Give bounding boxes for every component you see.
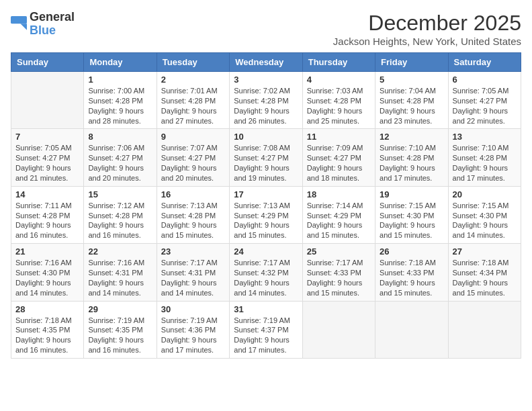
- calendar-cell: 28Sunrise: 7:18 AMSunset: 4:35 PMDayligh…: [11, 301, 84, 358]
- calendar-cell: 13Sunrise: 7:10 AMSunset: 4:28 PMDayligh…: [448, 129, 521, 186]
- calendar-cell: 1Sunrise: 7:00 AMSunset: 4:28 PMDaylight…: [84, 72, 157, 129]
- day-info: Sunrise: 7:18 AMSunset: 4:35 PMDaylight:…: [15, 316, 79, 355]
- calendar-week-row: 21Sunrise: 7:16 AMSunset: 4:30 PMDayligh…: [11, 244, 521, 301]
- day-number: 24: [234, 246, 298, 257]
- day-number: 5: [380, 75, 443, 85]
- day-info: Sunrise: 7:05 AMSunset: 4:27 PMDaylight:…: [453, 86, 517, 126]
- day-number: 6: [453, 75, 517, 85]
- day-info: Sunrise: 7:18 AMSunset: 4:34 PMDaylight:…: [453, 258, 517, 298]
- logo: General Blue: [11, 11, 75, 38]
- day-info: Sunrise: 7:14 AMSunset: 4:29 PMDaylight:…: [307, 201, 371, 240]
- day-info: Sunrise: 7:19 AMSunset: 4:36 PMDaylight:…: [161, 316, 225, 355]
- day-info: Sunrise: 7:10 AMSunset: 4:28 PMDaylight:…: [453, 143, 517, 183]
- day-info: Sunrise: 7:18 AMSunset: 4:33 PMDaylight:…: [380, 258, 443, 298]
- calendar-cell: 16Sunrise: 7:13 AMSunset: 4:28 PMDayligh…: [157, 186, 229, 243]
- day-info: Sunrise: 7:04 AMSunset: 4:28 PMDaylight:…: [380, 86, 443, 126]
- header: General Blue December 2025 Jackson Heigh…: [11, 11, 521, 47]
- day-info: Sunrise: 7:11 AMSunset: 4:28 PMDaylight:…: [15, 201, 79, 240]
- day-info: Sunrise: 7:19 AMSunset: 4:37 PMDaylight:…: [234, 316, 298, 355]
- calendar-week-row: 1Sunrise: 7:00 AMSunset: 4:28 PMDaylight…: [11, 72, 521, 129]
- svg-rect-0: [11, 16, 27, 24]
- calendar-header-friday: Friday: [375, 53, 448, 72]
- day-number: 25: [307, 246, 371, 257]
- day-number: 8: [88, 132, 152, 142]
- day-info: Sunrise: 7:07 AMSunset: 4:27 PMDaylight:…: [161, 143, 225, 183]
- day-number: 3: [234, 75, 298, 85]
- calendar-cell: 17Sunrise: 7:13 AMSunset: 4:29 PMDayligh…: [230, 186, 302, 243]
- calendar-cell: 4Sunrise: 7:03 AMSunset: 4:28 PMDaylight…: [302, 72, 375, 129]
- day-number: 28: [15, 304, 79, 314]
- day-info: Sunrise: 7:17 AMSunset: 4:32 PMDaylight:…: [234, 258, 298, 298]
- day-info: Sunrise: 7:13 AMSunset: 4:28 PMDaylight:…: [161, 201, 225, 240]
- day-number: 1: [88, 75, 152, 85]
- calendar-cell: 18Sunrise: 7:14 AMSunset: 4:29 PMDayligh…: [302, 186, 375, 243]
- day-info: Sunrise: 7:08 AMSunset: 4:27 PMDaylight:…: [234, 143, 298, 183]
- calendar-cell: 3Sunrise: 7:02 AMSunset: 4:28 PMDaylight…: [230, 72, 302, 129]
- calendar-header-wednesday: Wednesday: [230, 53, 302, 72]
- calendar-cell: [302, 301, 375, 358]
- calendar-cell: 12Sunrise: 7:10 AMSunset: 4:28 PMDayligh…: [375, 129, 448, 186]
- calendar-cell: 29Sunrise: 7:19 AMSunset: 4:35 PMDayligh…: [84, 301, 157, 358]
- calendar-cell: 10Sunrise: 7:08 AMSunset: 4:27 PMDayligh…: [230, 129, 302, 186]
- day-info: Sunrise: 7:15 AMSunset: 4:30 PMDaylight:…: [380, 201, 443, 240]
- day-number: 15: [88, 189, 152, 199]
- calendar-week-row: 28Sunrise: 7:18 AMSunset: 4:35 PMDayligh…: [11, 301, 521, 358]
- calendar-week-row: 7Sunrise: 7:05 AMSunset: 4:27 PMDaylight…: [11, 129, 521, 186]
- day-number: 26: [380, 246, 443, 257]
- calendar-cell: 27Sunrise: 7:18 AMSunset: 4:34 PMDayligh…: [448, 244, 521, 301]
- day-number: 23: [161, 246, 225, 257]
- calendar-header-row: SundayMondayTuesdayWednesdayThursdayFrid…: [11, 53, 521, 72]
- day-info: Sunrise: 7:19 AMSunset: 4:35 PMDaylight:…: [88, 316, 152, 355]
- calendar-cell: 23Sunrise: 7:17 AMSunset: 4:31 PMDayligh…: [157, 244, 229, 301]
- day-number: 7: [15, 132, 79, 142]
- calendar-cell: [448, 301, 521, 358]
- calendar-cell: 15Sunrise: 7:12 AMSunset: 4:28 PMDayligh…: [84, 186, 157, 243]
- day-info: Sunrise: 7:15 AMSunset: 4:30 PMDaylight:…: [453, 201, 517, 240]
- calendar-cell: 30Sunrise: 7:19 AMSunset: 4:36 PMDayligh…: [157, 301, 229, 358]
- day-number: 31: [234, 304, 298, 314]
- day-number: 19: [380, 189, 443, 199]
- svg-marker-1: [20, 24, 27, 30]
- day-info: Sunrise: 7:12 AMSunset: 4:28 PMDaylight:…: [88, 201, 152, 240]
- day-number: 4: [307, 75, 371, 85]
- calendar-header-thursday: Thursday: [302, 53, 375, 72]
- day-info: Sunrise: 7:09 AMSunset: 4:27 PMDaylight:…: [307, 143, 371, 183]
- calendar-cell: 22Sunrise: 7:16 AMSunset: 4:31 PMDayligh…: [84, 244, 157, 301]
- day-info: Sunrise: 7:02 AMSunset: 4:28 PMDaylight:…: [234, 86, 298, 126]
- calendar-cell: [11, 72, 84, 129]
- day-number: 2: [161, 75, 225, 85]
- calendar-header-monday: Monday: [84, 53, 157, 72]
- calendar-cell: 24Sunrise: 7:17 AMSunset: 4:32 PMDayligh…: [230, 244, 302, 301]
- day-info: Sunrise: 7:03 AMSunset: 4:28 PMDaylight:…: [307, 86, 371, 126]
- calendar-cell: 6Sunrise: 7:05 AMSunset: 4:27 PMDaylight…: [448, 72, 521, 129]
- month-title: December 2025: [333, 11, 521, 36]
- calendar-cell: 9Sunrise: 7:07 AMSunset: 4:27 PMDaylight…: [157, 129, 229, 186]
- day-info: Sunrise: 7:16 AMSunset: 4:31 PMDaylight:…: [88, 258, 152, 298]
- day-number: 16: [161, 189, 225, 199]
- calendar-cell: 19Sunrise: 7:15 AMSunset: 4:30 PMDayligh…: [375, 186, 448, 243]
- calendar-cell: [375, 301, 448, 358]
- day-number: 30: [161, 304, 225, 314]
- day-info: Sunrise: 7:06 AMSunset: 4:27 PMDaylight:…: [88, 143, 152, 183]
- logo-icon: [11, 16, 27, 32]
- calendar-cell: 21Sunrise: 7:16 AMSunset: 4:30 PMDayligh…: [11, 244, 84, 301]
- day-number: 22: [88, 246, 152, 257]
- calendar-header-sunday: Sunday: [11, 53, 84, 72]
- calendar-cell: 8Sunrise: 7:06 AMSunset: 4:27 PMDaylight…: [84, 129, 157, 186]
- logo-text-blue: Blue: [30, 24, 56, 37]
- calendar-week-row: 14Sunrise: 7:11 AMSunset: 4:28 PMDayligh…: [11, 186, 521, 243]
- calendar-cell: 25Sunrise: 7:17 AMSunset: 4:33 PMDayligh…: [302, 244, 375, 301]
- calendar-cell: 14Sunrise: 7:11 AMSunset: 4:28 PMDayligh…: [11, 186, 84, 243]
- day-number: 18: [307, 189, 371, 199]
- day-number: 20: [453, 189, 517, 199]
- calendar-header-tuesday: Tuesday: [157, 53, 229, 72]
- calendar-header-saturday: Saturday: [448, 53, 521, 72]
- day-number: 21: [15, 246, 79, 257]
- day-number: 17: [234, 189, 298, 199]
- day-number: 10: [234, 132, 298, 142]
- day-number: 11: [307, 132, 371, 142]
- calendar-cell: 20Sunrise: 7:15 AMSunset: 4:30 PMDayligh…: [448, 186, 521, 243]
- day-number: 9: [161, 132, 225, 142]
- day-info: Sunrise: 7:17 AMSunset: 4:31 PMDaylight:…: [161, 258, 225, 298]
- title-area: December 2025 Jackson Heights, New York,…: [333, 11, 521, 47]
